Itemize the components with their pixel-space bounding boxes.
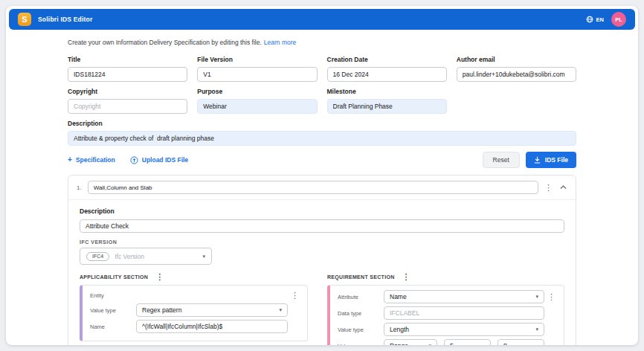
title-field-group: Title	[68, 56, 187, 82]
file-version-field-group: File Version	[197, 56, 317, 82]
purpose-field-group: Purpose	[197, 88, 317, 114]
ifc-version-label: IFC VERSION	[80, 239, 564, 245]
upload-icon	[130, 156, 138, 164]
metadata-form: Title File Version Creation Date Author …	[68, 56, 576, 146]
caret-down-icon: ▾	[202, 254, 205, 260]
applicability-name-input[interactable]	[136, 320, 288, 333]
sections-grid: APPLICABILITY SECTION ⋮ Entity ⋮ Value t…	[80, 273, 564, 345]
ifc-version-chip[interactable]: IFC4	[86, 252, 109, 261]
attribute-row: Attribute Name ▾ ⋮	[338, 289, 558, 305]
title-input[interactable]	[68, 67, 187, 82]
requirement-card: Attribute Name ▾ ⋮ Data type	[327, 285, 564, 345]
user-avatar[interactable]: PL	[611, 12, 626, 27]
description-label: Description	[68, 120, 576, 127]
requirement-value-type-row: Value type Length ▾	[338, 321, 558, 338]
applicability-card: Entity ⋮ Value type Regex pattern ▾	[80, 285, 308, 341]
purpose-label: Purpose	[197, 88, 317, 95]
creation-date-input[interactable]	[327, 67, 447, 82]
main-content: Create your own Information Delivery Spe…	[68, 39, 576, 345]
learn-more-link[interactable]: Learn more	[264, 39, 296, 46]
upload-ids-file-button[interactable]: Upload IDS File	[130, 156, 188, 164]
milestone-label: Milestone	[327, 88, 447, 95]
title-label: Title	[68, 56, 187, 63]
specification-card: 1. ⋮ Description IFC VERSION IFC4 Ifc Ve…	[68, 175, 576, 345]
logo-letter: S	[22, 15, 27, 24]
spec-description-label: Description	[80, 207, 564, 215]
value-max-input[interactable]	[498, 339, 544, 345]
language-label: EN	[596, 16, 604, 23]
requirement-section: REQUIREMENT SECTION ⋮ Attribute Name ▾ ⋮	[327, 273, 564, 345]
milestone-field-group: Milestone	[327, 88, 447, 114]
language-selector[interactable]: EN	[586, 16, 604, 23]
add-specification-button[interactable]: + Specification	[68, 156, 115, 164]
spec-description-input[interactable]	[80, 219, 564, 233]
ids-file-download-button[interactable]: IDS File	[526, 152, 576, 168]
app-window: S Solibri IDS Editor EN PL Create your o…	[6, 6, 638, 345]
globe-icon	[586, 16, 593, 23]
caret-down-icon: ▾	[428, 343, 431, 345]
applicability-section: APPLICABILITY SECTION ⋮ Entity ⋮ Value t…	[80, 273, 308, 345]
author-email-field-group: Author email	[457, 56, 576, 82]
description-input[interactable]	[68, 131, 576, 146]
app-header: S Solibri IDS Editor EN PL	[9, 9, 635, 30]
attribute-select[interactable]: Name ▾	[384, 290, 544, 303]
value-row: Value Range ▾	[338, 338, 558, 345]
requirement-section-kebab-icon[interactable]: ⋮	[402, 273, 409, 281]
requirement-section-header: REQUIREMENT SECTION ⋮	[327, 273, 564, 281]
attribute-label: Attribute	[338, 294, 381, 300]
entity-row: Entity ⋮	[90, 289, 301, 302]
reset-button[interactable]: Reset	[483, 152, 520, 168]
caret-down-icon: ▾	[535, 294, 538, 300]
data-type-input[interactable]	[384, 306, 544, 320]
author-email-input[interactable]	[457, 67, 576, 82]
ifc-version-placeholder: Ifc Version	[115, 253, 144, 260]
caret-down-icon: ▾	[279, 307, 282, 313]
chevron-up-icon	[560, 185, 567, 190]
value-controls: Range ▾	[384, 339, 544, 345]
applicability-name-label: Name	[90, 323, 133, 330]
data-type-row: Data type	[338, 305, 558, 321]
specification-menu-kebab-icon[interactable]: ⋮	[544, 184, 552, 192]
specification-header: 1. ⋮	[68, 176, 576, 200]
applicability-value-type-row: Value type Regex pattern ▾	[90, 302, 301, 318]
copyright-field-group: Copyright	[68, 88, 187, 114]
collapse-specification-button[interactable]	[558, 185, 569, 190]
specification-name-input[interactable]	[88, 181, 538, 194]
app-title: Solibri IDS Editor	[38, 16, 93, 23]
caret-down-icon: ▾	[535, 326, 538, 332]
attribute-kebab-icon[interactable]: ⋮	[547, 293, 555, 301]
applicability-section-kebab-icon[interactable]: ⋮	[155, 273, 163, 281]
avatar-initials: PL	[615, 16, 622, 23]
creation-date-label: Creation Date	[327, 56, 447, 63]
requirement-value-type-select[interactable]: Length ▾	[384, 323, 544, 336]
creation-date-field-group: Creation Date	[327, 56, 447, 82]
applicability-value-type-select[interactable]: Regex pattern ▾	[136, 303, 288, 317]
plus-icon: +	[68, 156, 72, 164]
solibri-logo: S	[18, 13, 31, 26]
requirement-value-type-label: Value type	[338, 326, 381, 333]
entity-kebab-icon[interactable]: ⋮	[291, 292, 298, 300]
file-version-input[interactable]	[197, 67, 317, 82]
description-field-group: Description	[68, 120, 576, 146]
specification-body: Description IFC VERSION IFC4 Ifc Version…	[68, 200, 576, 345]
applicability-section-header: APPLICABILITY SECTION ⋮	[80, 273, 308, 281]
value-min-input[interactable]	[444, 339, 491, 345]
applicability-name-row: Name	[90, 318, 301, 335]
purpose-input[interactable]	[197, 99, 317, 114]
milestone-input[interactable]	[327, 99, 447, 114]
appbar-right: EN PL	[586, 12, 626, 27]
entity-label: Entity	[90, 292, 133, 299]
intro-text: Create your own Information Delivery Spe…	[68, 39, 576, 46]
applicability-value-type-label: Value type	[90, 307, 133, 314]
file-version-label: File Version	[197, 56, 317, 63]
value-label: Value	[338, 343, 381, 346]
download-icon	[534, 156, 541, 164]
author-email-label: Author email	[457, 56, 576, 63]
ifc-version-select[interactable]: IFC4 Ifc Version ▾	[80, 248, 212, 265]
value-mode-select[interactable]: Range ▾	[384, 339, 437, 345]
copyright-label: Copyright	[68, 88, 187, 95]
copyright-input[interactable]	[68, 99, 187, 114]
right-actions: Reset IDS File	[483, 152, 576, 168]
actions-row: + Specification Upload IDS File Reset	[68, 152, 576, 168]
specification-index: 1.	[77, 184, 82, 191]
